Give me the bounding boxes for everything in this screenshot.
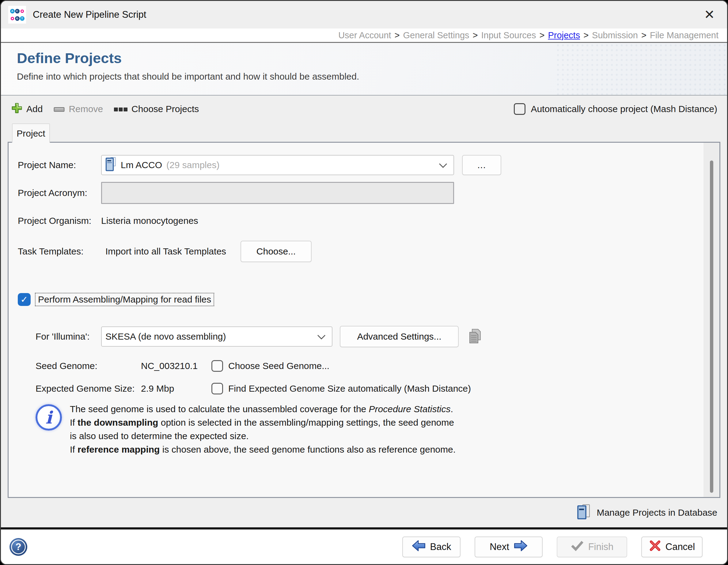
find-expected-size-checkbox[interactable] [211, 383, 223, 394]
breadcrumb-separator: > [539, 30, 544, 40]
task-templates-value: Import into all Task Templates [101, 246, 241, 257]
project-acronym-row: Project Acronym: [18, 182, 719, 204]
arrow-right-icon [514, 539, 528, 555]
project-name-value: Lm ACCO [121, 160, 162, 170]
finish-button[interactable]: Finish [557, 537, 627, 557]
project-name-more-button[interactable]: ... [462, 155, 501, 175]
project-name-label: Project Name: [18, 160, 101, 170]
copy-settings-icon[interactable] [468, 328, 483, 345]
breadcrumb-general-settings[interactable]: General Settings [403, 30, 469, 40]
project-name-sample-count: (29 samples) [166, 160, 219, 170]
expected-genome-size-row: Expected Genome Size: 2.9 Mbp Find Expec… [36, 383, 719, 394]
project-book-icon [577, 504, 591, 522]
choose-projects-button[interactable]: Choose Projects [114, 104, 199, 114]
task-templates-row: Task Templates: Import into all Task Tem… [18, 241, 719, 262]
seed-genome-label: Seed Genome: [36, 361, 141, 371]
next-label: Next [490, 541, 509, 552]
checkbox-checked[interactable]: ✓ [18, 293, 31, 306]
illumina-assembler-value: SKESA (de novo assembling) [105, 331, 226, 342]
seed-genome-info-note: i The seed genome is used to calculate t… [36, 402, 719, 456]
info-note-text: The seed genome is used to calculate the… [70, 402, 456, 456]
project-name-dropdown[interactable]: Lm ACCO (29 samples) [101, 155, 454, 175]
separator [1, 527, 727, 529]
minus-icon [54, 104, 65, 114]
check-icon [571, 540, 584, 554]
project-settings-panel: Project Name: Lm ACCO (29 samples) ... P… [8, 142, 720, 498]
scrollbar-thumb[interactable] [710, 161, 713, 493]
chevron-down-icon [439, 160, 447, 170]
project-name-row: Project Name: Lm ACCO (29 samples) ... [18, 155, 719, 175]
add-label: Add [26, 104, 43, 114]
seed-genome-row: Seed Genome: NC_003210.1 Choose Seed Gen… [36, 360, 719, 372]
auto-choose-project-checkbox[interactable]: Automatically choose project (Mash Dista… [514, 103, 717, 115]
choose-seed-genome-label: Choose Seed Genome... [228, 361, 329, 371]
wizard-button-bar: ? Back Next Finish Cancel [1, 529, 727, 564]
ellipsis-icon [114, 104, 127, 114]
perform-assembling-row: ✓ Perform Assembling/Mapping for read fi… [18, 293, 719, 306]
back-button[interactable]: Back [402, 537, 461, 557]
breadcrumb-file-management[interactable]: File Management [650, 30, 719, 40]
project-acronym-input[interactable] [101, 182, 454, 204]
choose-projects-label: Choose Projects [131, 104, 199, 114]
breadcrumb-input-sources[interactable]: Input Sources [481, 30, 536, 40]
add-button[interactable]: Add [11, 103, 43, 116]
logo-dot-a: A [10, 9, 15, 13]
expected-genome-size-value: 2.9 Mbp [141, 383, 211, 394]
advanced-settings-button[interactable]: Advanced Settings... [340, 326, 459, 347]
seed-genome-value: NC_003210.1 [141, 361, 211, 371]
find-expected-size-label: Find Expected Genome Size automatically … [228, 383, 471, 394]
illumina-row: For 'Illumina': SKESA (de novo assemblin… [36, 326, 719, 347]
project-file-icon [105, 157, 116, 174]
breadcrumb: User Account > General Settings > Input … [1, 28, 727, 43]
tab-strip: Project [1, 123, 727, 142]
chevron-down-icon [317, 331, 326, 342]
checkbox-unchecked[interactable] [514, 103, 525, 115]
page-subtitle: Define into which projects that should b… [17, 71, 727, 82]
project-acronym-label: Project Acronym: [18, 188, 101, 198]
remove-label: Remove [69, 104, 103, 114]
finish-label: Finish [588, 541, 614, 552]
x-icon [649, 540, 661, 554]
plus-icon [11, 103, 22, 116]
create-pipeline-dialog: A C G T Create New Pipeline Script ✕ Use… [0, 0, 728, 565]
manage-projects-button[interactable]: Manage Projects in Database [577, 504, 717, 522]
cancel-button[interactable]: Cancel [641, 537, 703, 557]
info-icon: i [36, 404, 62, 430]
project-organism-row: Project Organism: Listeria monocytogenes [18, 216, 719, 226]
manage-projects-label: Manage Projects in Database [597, 507, 717, 518]
logo-dot-g: G [15, 16, 20, 21]
breadcrumb-separator: > [641, 30, 646, 40]
breadcrumb-submission[interactable]: Submission [592, 30, 638, 40]
expected-genome-size-label: Expected Genome Size: [36, 383, 141, 394]
scrollbar-track[interactable] [703, 143, 719, 497]
tab-project[interactable]: Project [12, 123, 50, 143]
task-templates-label: Task Templates: [18, 246, 101, 257]
project-organism-value: Listeria monocytogenes [101, 216, 198, 226]
breadcrumb-separator: > [583, 30, 589, 40]
breadcrumb-separator: > [395, 30, 400, 40]
task-templates-choose-button[interactable]: Choose... [241, 241, 312, 262]
page-title: Define Projects [17, 43, 727, 66]
close-icon[interactable]: ✕ [701, 8, 718, 21]
back-label: Back [430, 541, 451, 552]
breadcrumb-user-account[interactable]: User Account [338, 30, 391, 40]
illumina-assembler-dropdown[interactable]: SKESA (de novo assembling) [101, 326, 332, 347]
illumina-label: For 'Illumina': [36, 331, 101, 342]
perform-assembling-label[interactable]: Perform Assembling/Mapping for read file… [35, 293, 214, 306]
logo-dot-c: C [15, 9, 20, 13]
help-icon[interactable]: ? [9, 538, 27, 556]
remove-button[interactable]: Remove [54, 104, 103, 114]
project-toolbar: Add Remove Choose Projects Automatically… [1, 96, 727, 123]
choose-seed-genome-checkbox[interactable] [211, 360, 223, 372]
logo-dot-ring [21, 9, 24, 13]
auto-choose-project-label: Automatically choose project (Mash Dista… [531, 104, 717, 114]
breadcrumb-projects-active[interactable]: Projects [548, 30, 580, 40]
footer-strip: Manage Projects in Database [1, 498, 727, 527]
title-bar: A C G T Create New Pipeline Script ✕ [1, 1, 727, 28]
project-organism-label: Project Organism: [18, 216, 101, 226]
logo-dot-t: T [20, 16, 25, 21]
next-button[interactable]: Next [475, 537, 543, 557]
breadcrumb-separator: > [473, 30, 478, 40]
page-header: Define Projects Define into which projec… [1, 43, 727, 96]
app-logo-icon: A C G T [8, 6, 26, 24]
